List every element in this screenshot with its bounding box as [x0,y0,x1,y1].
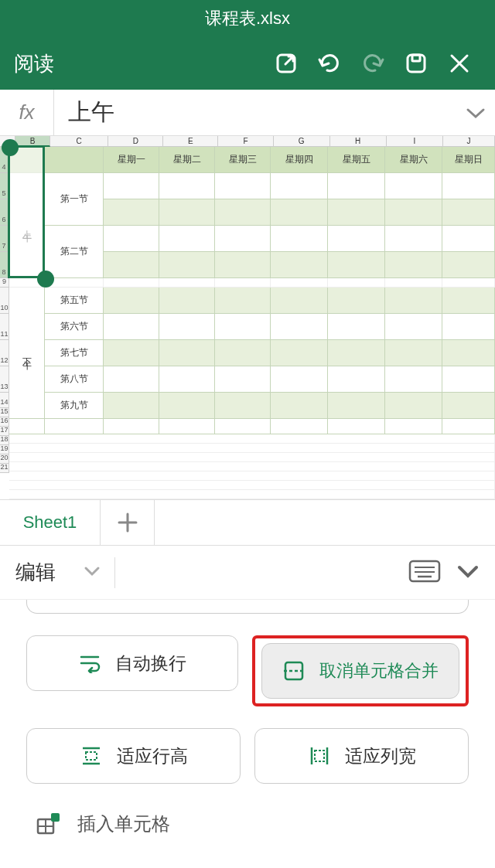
redo-icon [360,52,386,75]
fit-row-height-button[interactable]: 适应行高 [26,728,241,784]
svg-rect-2 [412,55,420,61]
cell[interactable]: 星期一 [104,147,159,173]
redo-button[interactable] [351,42,394,85]
row-header[interactable]: 10 [0,288,9,314]
fit-col-icon [308,745,331,767]
edit-dropdown[interactable] [84,566,101,580]
row-header[interactable]: 7 [0,226,9,252]
cell[interactable]: 星期五 [328,147,385,173]
title-bar: 课程表.xlsx [0,0,495,37]
row-header[interactable]: 11 [0,314,9,340]
cell[interactable]: 第一节 [45,173,104,226]
read-mode-label[interactable]: 阅读 [14,50,54,77]
cell-morning[interactable]: 上午 [9,173,45,278]
row-headers: 4 5 6 7 8 9 10 11 12 13 14 15 16 17 18 1… [0,147,9,499]
formula-value[interactable]: 上午 [54,97,456,128]
sheet-tab[interactable]: Sheet1 [0,500,101,545]
cell[interactable]: 星期二 [159,147,215,173]
edit-label[interactable]: 编辑 [15,559,56,586]
row-header[interactable]: 13 [0,366,9,393]
unmerge-icon [282,661,306,681]
wrap-icon [78,653,101,673]
fit-row-icon [80,745,103,767]
col-header[interactable]: E [163,136,218,147]
col-header[interactable]: D [108,136,163,147]
main-toolbar: 阅读 [0,37,495,90]
svg-rect-14 [315,751,324,761]
button-label: 取消单元格合并 [319,659,439,682]
fx-label[interactable]: fx [0,90,54,135]
unmerge-button-highlight: 取消单元格合并 [252,635,469,706]
formula-dropdown[interactable] [456,107,495,119]
cell[interactable]: 第八节 [45,366,104,393]
close-button[interactable] [438,42,481,85]
cell[interactable]: 星期三 [215,147,271,173]
chevron-down-icon [466,107,486,119]
close-icon [449,53,470,74]
row-header[interactable]: 21 [0,464,9,473]
cell[interactable]: 第六节 [45,314,104,340]
plus-icon [116,511,139,534]
edit-panel: 自动换行 取消单元格合并 适应行高 适应列宽 插入单元格 [0,635,495,836]
insert-cells-button[interactable]: 插入单元格 [26,784,469,836]
cell[interactable]: 第二节 [45,226,104,278]
fit-col-width-button[interactable]: 适应列宽 [254,728,469,784]
col-header[interactable]: I [387,136,443,147]
row-header[interactable]: 8 [0,252,9,278]
col-header[interactable]: H [330,136,387,147]
insert-cells-icon [36,812,62,836]
cell[interactable]: 第五节 [45,288,104,314]
cell[interactable]: 星期日 [442,147,495,173]
row-header[interactable]: 5 [0,173,9,199]
formula-bar: fx 上午 [0,90,495,136]
share-icon [275,52,298,75]
row-header[interactable]: 9 [0,278,9,288]
svg-rect-18 [51,813,60,822]
row-header[interactable]: 6 [0,199,9,226]
wrap-text-button[interactable]: 自动换行 [26,635,238,691]
col-header[interactable]: B [15,136,50,147]
col-header[interactable]: G [274,136,330,147]
undo-button[interactable] [308,42,351,85]
col-header[interactable]: J [443,136,495,147]
row-header[interactable]: 4 [0,147,9,173]
undo-icon [316,52,343,75]
cell[interactable]: 星期四 [271,147,328,173]
svg-rect-7 [285,662,302,679]
collapse-button[interactable] [456,564,480,581]
row-header[interactable]: 12 [0,340,9,366]
button-label: 适应行高 [117,744,188,768]
edit-bar: 编辑 [0,546,495,600]
cell[interactable]: 第九节 [45,393,104,419]
button-label: 插入单元格 [77,812,170,836]
svg-rect-1 [408,55,425,72]
cells-area[interactable]: 星期一 星期二 星期三 星期四 星期五 星期六 星期日 上午 第一节 [9,147,495,499]
share-button[interactable] [265,42,308,85]
chevron-down-icon [456,564,480,578]
cell[interactable]: 第七节 [45,340,104,366]
button-label: 适应列宽 [345,744,416,768]
file-title: 课程表.xlsx [205,7,290,30]
spreadsheet-grid[interactable]: B C D E F G H I J 4 5 6 7 8 9 10 11 12 1… [0,136,495,499]
svg-rect-11 [86,752,97,760]
column-headers: B C D E F G H I J [0,136,495,147]
col-header[interactable]: F [218,136,273,147]
sheet-tabs: Sheet1 [0,499,495,546]
panel-prev-edge [26,600,469,614]
cell[interactable]: 星期六 [385,147,442,173]
button-label: 自动换行 [115,652,186,676]
add-sheet-button[interactable] [101,500,155,545]
cell[interactable] [45,147,104,173]
cell-afternoon[interactable]: 下午 [9,288,45,419]
col-header[interactable]: C [50,136,108,147]
cell[interactable] [9,147,45,173]
save-icon [405,52,428,75]
keyboard-button[interactable] [408,560,441,586]
keyboard-icon [408,560,441,583]
unmerge-button[interactable]: 取消单元格合并 [261,643,459,699]
row-header[interactable]: 14 [0,393,9,408]
save-button[interactable] [394,42,438,85]
chevron-down-icon [84,566,101,577]
